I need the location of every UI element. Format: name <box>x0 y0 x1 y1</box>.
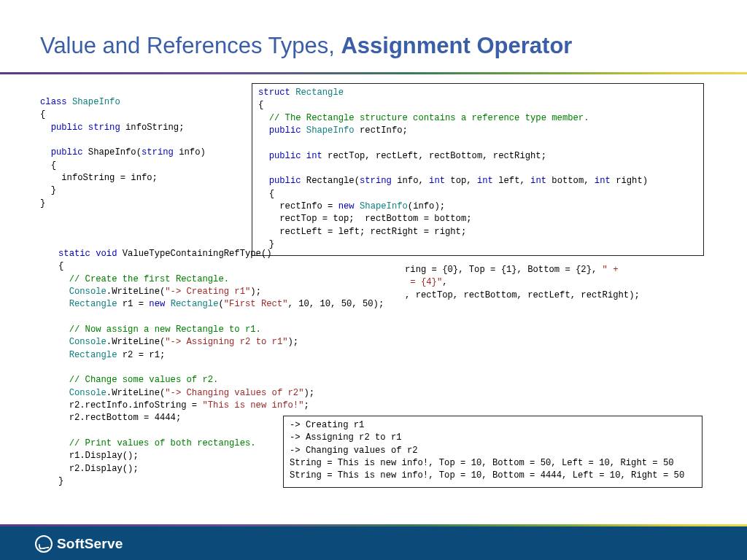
title-light: Value and References Types, <box>40 33 341 58</box>
title-bold: Assignment Operator <box>341 33 572 58</box>
brand-logo: SoftServe <box>35 535 123 553</box>
code-rectangle-box: struct Rectangle { // The Rectangle stru… <box>252 83 704 256</box>
slide-title: Value and References Types, Assignment O… <box>0 0 747 72</box>
code-shapeinfo: class ShapeInfo { public string infoStri… <box>40 96 206 210</box>
slide-content: class ShapeInfo { public string infoStri… <box>0 74 747 497</box>
code-rect-extra: ring = {0}, Top = {1}, Bottom = {2}, " +… <box>405 264 640 302</box>
code-rectangle: struct Rectangle { // The Rectangle stru… <box>258 87 697 251</box>
output-box: -> Creating r1 -> Assigning r2 to r1 -> … <box>283 416 703 488</box>
footer-bar: SoftServe <box>0 526 747 560</box>
brand-name: SoftServe <box>57 536 123 552</box>
output-text: -> Creating r1 -> Assigning r2 to r1 -> … <box>290 419 696 483</box>
logo-icon <box>35 535 53 553</box>
